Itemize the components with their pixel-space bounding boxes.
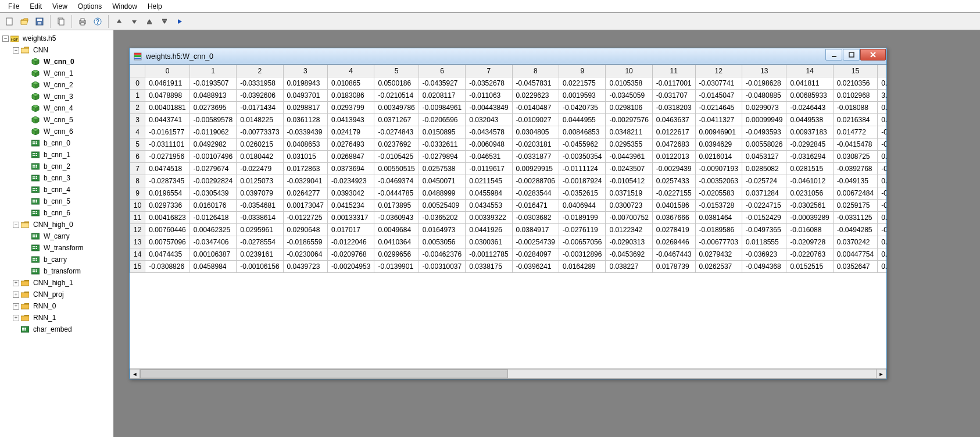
grid-cell[interactable]: 0.0196554 [145, 187, 189, 200]
grid-cell[interactable]: -0.0338614 [237, 212, 283, 224]
grid-cell[interactable]: -0.0303682 [512, 212, 559, 224]
grid-cell[interactable]: 0.0264277 [283, 187, 327, 200]
grid-cell[interactable]: -0.00288706 [512, 175, 559, 187]
row-header[interactable]: 3 [130, 114, 145, 126]
grid-cell[interactable]: -0.0210514 [374, 90, 419, 102]
grid-cell[interactable]: 0.0488999 [419, 187, 465, 200]
tree-collapse-icon[interactable]: − [13, 222, 19, 228]
tree-dataset-b-transform[interactable]: ·b_transform [21, 265, 113, 277]
grid-cell[interactable]: 3.61981 [878, 90, 886, 102]
grid-cell[interactable]: -0.0119062 [189, 126, 236, 138]
grid-cell[interactable]: -0.0109027 [512, 114, 559, 126]
grid-cell[interactable]: 0.0125073 [237, 175, 283, 187]
grid-cell[interactable]: -0.0186559 [283, 236, 327, 248]
tree-dataset-b-cnn-4[interactable]: ·b_cnn_4 [21, 184, 113, 196]
grid-cell[interactable]: 0.04097 [878, 248, 886, 261]
grid-cell[interactable]: 0.00757096 [145, 236, 189, 248]
grid-cell[interactable]: 0.00025 [878, 114, 886, 126]
grid-cell[interactable]: 0.0308725 [833, 151, 877, 163]
grid-cell[interactable]: -0.0354681 [237, 200, 283, 212]
grid-cell[interactable]: 0.01121 [878, 236, 886, 248]
grid-cell[interactable]: -0.0497365 [742, 224, 786, 236]
grid-cell[interactable]: -0.00112785 [466, 248, 512, 261]
column-header[interactable]: 16 [878, 65, 886, 77]
grid-cell[interactable]: 0.0338175 [466, 261, 512, 273]
scroll-track[interactable] [140, 369, 876, 379]
column-header[interactable]: 14 [786, 65, 833, 77]
grid-cell[interactable]: 0.0278419 [652, 224, 695, 236]
grid-cell[interactable]: -0.0224715 [742, 200, 786, 212]
horizontal-scrollbar[interactable]: ◄ ► [130, 368, 886, 379]
toolbar-copy[interactable] [54, 15, 68, 29]
grid-cell[interactable]: -0.00312896 [559, 248, 606, 261]
grid-cell[interactable]: 0.0367666 [652, 212, 695, 224]
grid-cell[interactable]: -0.0152429 [742, 212, 786, 224]
mdi-titlebar[interactable]: weights.h5:W_cnn_0 [130, 48, 886, 65]
column-header[interactable]: 3 [283, 65, 327, 77]
grid-cell[interactable]: 0.038227 [606, 261, 652, 273]
grid-cell[interactable]: 0.0216014 [695, 151, 742, 163]
grid-cell[interactable]: 0.0472683 [652, 138, 695, 151]
tree-dataset-w-cnn-2[interactable]: ·W_cnn_2 [21, 79, 113, 91]
grid-cell[interactable]: 0.0268847 [327, 151, 374, 163]
row-header[interactable]: 12 [130, 224, 145, 236]
grid-cell[interactable]: -0.0352678 [466, 77, 512, 90]
grid-cell[interactable]: -0.00187924 [559, 175, 606, 187]
grid-cell[interactable]: -0.0276119 [559, 224, 606, 236]
toolbar-open[interactable] [17, 15, 31, 29]
menu-file[interactable]: File [3, 1, 25, 12]
tree-dataset-b-carry[interactable]: ·b_carry [21, 254, 113, 265]
grid-cell[interactable]: -0.0105425 [374, 151, 419, 163]
grid-cell[interactable]: -0.022479 [237, 163, 283, 175]
grid-cell[interactable]: -0.0214645 [695, 102, 742, 114]
grid-cell[interactable]: -0.00350354 [559, 151, 606, 163]
grid-cell[interactable]: 0.0478898 [145, 90, 189, 102]
grid-cell[interactable]: 0.02706 [878, 261, 886, 273]
grid-cell[interactable]: 0.0237692 [374, 138, 419, 151]
grid-cell[interactable]: 0.0148225 [237, 114, 283, 126]
grid-cell[interactable]: -0.00292824 [189, 175, 236, 187]
column-header[interactable]: 6 [419, 65, 465, 77]
grid-cell[interactable]: -0.00700752 [606, 212, 652, 224]
grid-cell[interactable]: 0.00099949 [742, 114, 786, 126]
grid-cell[interactable]: -0.0122725 [283, 212, 327, 224]
toolbar-down[interactable] [127, 15, 141, 29]
grid-cell[interactable]: 0.0371519 [606, 187, 652, 200]
toolbar-sort-desc[interactable] [158, 15, 171, 29]
grid-cell[interactable]: -0.0145047 [695, 90, 742, 102]
grid-cell[interactable]: 0.0211545 [466, 175, 512, 187]
grid-cell[interactable]: -0.0415478 [833, 138, 877, 151]
grid-cell[interactable]: -0.0290313 [606, 236, 652, 248]
toolbar-save[interactable] [33, 15, 47, 29]
grid-cell[interactable]: 0.00672484 [833, 187, 877, 200]
grid-cell[interactable]: 0.0406944 [559, 200, 606, 212]
grid-cell[interactable]: 0.0373694 [327, 163, 374, 175]
grid-cell[interactable]: -0.00107496 [189, 151, 236, 163]
grid-cell[interactable]: -0.0119617 [466, 163, 512, 175]
grid-cell[interactable]: -0.0139901 [374, 261, 419, 273]
grid-cell[interactable]: 0.0150895 [419, 126, 465, 138]
grid-cell[interactable]: -0.0420735 [559, 102, 606, 114]
grid-cell[interactable]: 0.017017 [327, 224, 374, 236]
grid-cell[interactable]: -0.0243507 [606, 163, 652, 175]
grid-cell[interactable]: 0.0049684 [374, 224, 419, 236]
grid-cell[interactable]: -0.046531 [466, 151, 512, 163]
grid-cell[interactable]: -0.0220763 [786, 248, 833, 261]
grid-cell[interactable]: -0.0394 [878, 126, 886, 138]
grid-cell[interactable]: 0.0449538 [786, 114, 833, 126]
grid-cell[interactable]: -0.0209728 [786, 236, 833, 248]
grid-cell[interactable]: -0.0153728 [695, 200, 742, 212]
column-header[interactable]: 9 [559, 65, 606, 77]
grid-cell[interactable]: -0.0274843 [374, 126, 419, 138]
grid-cell[interactable]: -0.0203181 [512, 138, 559, 151]
tree-dataset-char-embed[interactable]: · char_embed [10, 324, 113, 335]
grid-cell[interactable]: -0.0347406 [189, 236, 236, 248]
maximize-button[interactable] [843, 49, 860, 61]
grid-cell[interactable]: 0.0488913 [189, 90, 236, 102]
grid-cell[interactable]: -0.036923 [742, 248, 786, 261]
grid-cell[interactable]: 0.0239161 [237, 248, 283, 261]
grid-cell[interactable]: 0.0401586 [652, 200, 695, 212]
grid-cell[interactable]: 0.00349786 [374, 102, 419, 114]
grid-cell[interactable]: 0.041811 [786, 77, 833, 90]
grid-cell[interactable]: -0.00039289 [786, 212, 833, 224]
